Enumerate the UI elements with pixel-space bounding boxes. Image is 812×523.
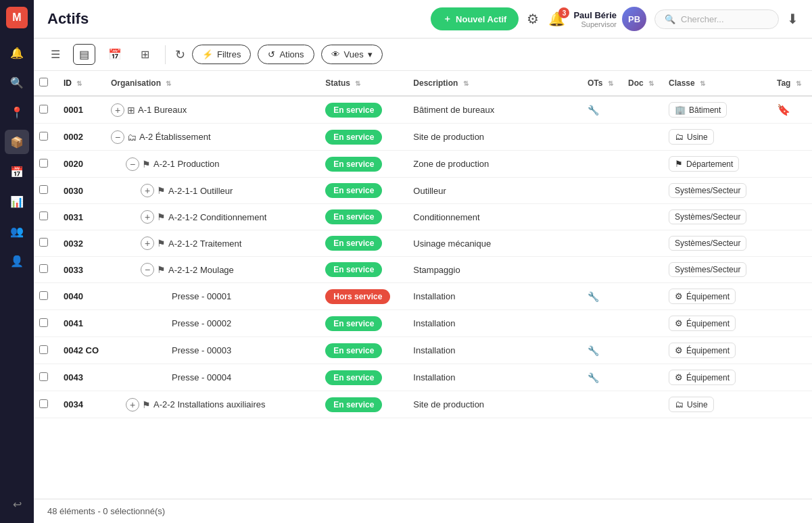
row-checkbox[interactable] xyxy=(39,185,48,194)
org-name: Presse - 00002 xyxy=(172,318,231,328)
row-description: Bâtiment de bureaux xyxy=(408,96,582,124)
table-row: 0001 + ⊞ A-1 Bureaux En service Bâtiment… xyxy=(34,96,812,124)
row-checkbox-cell[interactable] xyxy=(34,391,58,418)
row-checkbox-cell[interactable] xyxy=(34,310,58,337)
row-organisation: − ⚑ A-2-1-2 Moulage xyxy=(105,257,320,283)
row-checkbox[interactable] xyxy=(39,318,48,327)
sidebar-item-bell[interactable]: 🔔 xyxy=(5,41,29,65)
filtres-button[interactable]: ⚡ Filtres xyxy=(192,45,251,64)
toolbar: ☰ ▤ 📅 ⊞ ↻ ⚡ Filtres ↺ Ations 👁 Vues ▾ xyxy=(34,39,812,71)
row-checkbox-cell[interactable] xyxy=(34,337,58,364)
row-checkbox-cell[interactable] xyxy=(34,96,58,124)
row-doc xyxy=(623,178,663,204)
actions-icon: ↺ xyxy=(268,49,275,59)
search-box[interactable]: 🔍 xyxy=(654,9,779,29)
expand-button[interactable]: + xyxy=(141,236,154,250)
row-checkbox[interactable] xyxy=(39,264,48,273)
row-tag: 🔖 xyxy=(771,96,812,124)
classe-label: Systèmes/Secteur xyxy=(675,265,740,274)
status-badge: En service xyxy=(325,397,382,412)
row-checkbox[interactable] xyxy=(39,399,48,408)
org-name: A-2-2 Installations auxiliaires xyxy=(153,399,265,409)
table-container[interactable]: ID ⇅ Organisation ⇅ Status ⇅ Description… xyxy=(34,71,812,499)
org-name: A-2-1-2 Moulage xyxy=(168,265,234,275)
app-logo: M xyxy=(6,7,28,28)
row-checkbox-cell[interactable] xyxy=(34,151,58,178)
sidebar-item-location[interactable]: 📍 xyxy=(5,100,29,124)
row-checkbox[interactable] xyxy=(39,238,48,247)
expand-button[interactable]: + xyxy=(141,184,154,197)
sidebar-item-calendar[interactable]: 📅 xyxy=(5,159,29,184)
col-ots[interactable]: OTs ⇅ xyxy=(582,71,623,96)
row-checkbox-cell[interactable] xyxy=(34,178,58,204)
row-checkbox[interactable] xyxy=(39,159,48,168)
actions-button[interactable]: ↺ Ations xyxy=(258,45,314,64)
user-name: Paul Bérie xyxy=(573,10,617,20)
row-classe: ⚙ Équipement xyxy=(663,337,771,364)
collapse-button[interactable]: − xyxy=(126,157,139,171)
collapse-button[interactable]: − xyxy=(141,263,154,276)
col-description[interactable]: Description ⇅ xyxy=(408,71,582,96)
view-card-button[interactable]: ☰ xyxy=(45,44,66,65)
col-organisation[interactable]: Organisation ⇅ xyxy=(105,71,320,96)
sidebar-item-groups[interactable]: 👥 xyxy=(5,219,29,243)
row-description: Site de production xyxy=(408,124,582,151)
vues-button[interactable]: 👁 Vues ▾ xyxy=(321,45,383,64)
row-tag xyxy=(771,391,812,418)
row-description: Zone de production xyxy=(408,151,582,178)
topbar-icons: ⚙ 🔔 3 xyxy=(527,11,565,27)
row-status: En service xyxy=(320,124,408,151)
col-doc[interactable]: Doc ⇅ xyxy=(623,71,663,96)
download-button[interactable]: ⬇ xyxy=(787,11,798,27)
row-checkbox[interactable] xyxy=(39,132,48,141)
classe-label: Département xyxy=(686,159,733,169)
sidebar-item-search[interactable]: 🔍 xyxy=(5,70,29,95)
view-list-button[interactable]: ▤ xyxy=(73,44,95,65)
user-avatar[interactable]: PB xyxy=(622,7,646,31)
sidebar-item-chart[interactable]: 📊 xyxy=(5,189,29,214)
new-actif-button[interactable]: ＋ Nouvel Actif xyxy=(431,7,519,30)
row-ots xyxy=(582,391,623,418)
row-checkbox[interactable] xyxy=(39,291,48,300)
col-id[interactable]: ID ⇅ xyxy=(58,71,105,96)
classe-label: Équipement xyxy=(686,346,730,355)
sidebar-item-assets[interactable]: 📦 xyxy=(5,130,29,154)
notifications-button[interactable]: 🔔 3 xyxy=(548,11,565,27)
search-input[interactable] xyxy=(681,14,769,24)
expand-button[interactable]: + xyxy=(141,210,154,224)
view-grid-button[interactable]: ⊞ xyxy=(135,44,156,65)
row-checkbox-cell[interactable] xyxy=(34,364,58,391)
col-status[interactable]: Status ⇅ xyxy=(320,71,408,96)
classe-badge: Systèmes/Secteur xyxy=(669,209,746,224)
row-checkbox[interactable] xyxy=(39,372,48,381)
sidebar-item-history[interactable]: ↩ xyxy=(5,492,29,516)
row-checkbox-cell[interactable] xyxy=(34,204,58,230)
row-checkbox-cell[interactable] xyxy=(34,124,58,151)
row-checkbox[interactable] xyxy=(39,105,48,114)
view-calendar-button[interactable]: 📅 xyxy=(102,44,128,65)
row-checkbox-cell[interactable] xyxy=(34,257,58,283)
row-description: Site de production xyxy=(408,391,582,418)
row-classe: 🗂 Usine xyxy=(663,391,771,418)
row-checkbox-cell[interactable] xyxy=(34,283,58,310)
col-check[interactable] xyxy=(34,71,58,96)
row-checkbox[interactable] xyxy=(39,211,48,220)
sidebar-item-user[interactable]: 👤 xyxy=(5,249,29,273)
col-tag[interactable]: Tag ⇅ xyxy=(771,71,812,96)
col-classe[interactable]: Classe ⇅ xyxy=(663,71,771,96)
row-checkbox-cell[interactable] xyxy=(34,230,58,257)
org-name: A-2 Établissement xyxy=(139,132,211,142)
row-ots: 🔧 xyxy=(582,364,623,391)
org-name: A-2-1-1 Outilleur xyxy=(168,186,233,196)
expand-button[interactable]: + xyxy=(111,103,124,117)
row-ots xyxy=(582,230,623,257)
expand-button[interactable]: + xyxy=(126,398,139,412)
row-ots xyxy=(582,124,623,151)
status-badge: En service xyxy=(325,370,382,385)
settings-button[interactable]: ⚙ xyxy=(527,11,539,27)
row-status: En service xyxy=(320,151,408,178)
collapse-button[interactable]: − xyxy=(111,130,124,144)
select-all-checkbox[interactable] xyxy=(39,78,48,86)
refresh-button[interactable]: ↻ xyxy=(175,47,185,62)
row-checkbox[interactable] xyxy=(39,345,48,354)
